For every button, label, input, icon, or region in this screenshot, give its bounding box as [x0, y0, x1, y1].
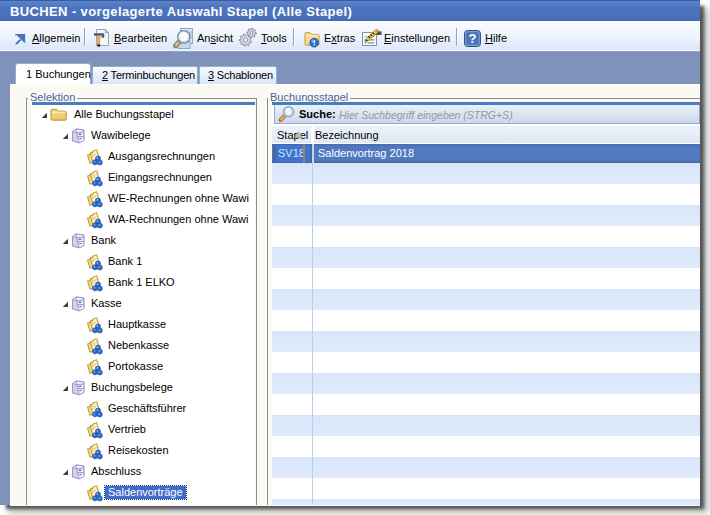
svg-text:?: ?	[469, 31, 477, 46]
